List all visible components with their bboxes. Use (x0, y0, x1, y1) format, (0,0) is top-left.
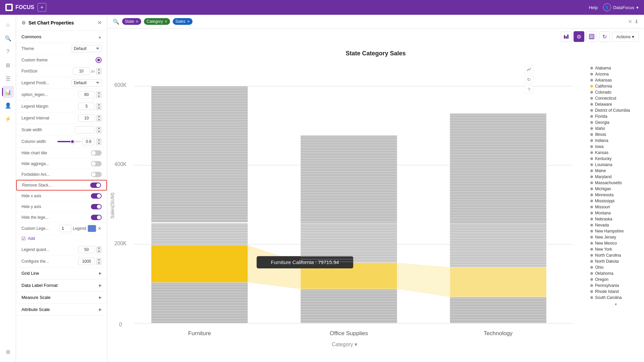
chart-refresh-button[interactable]: ↻ (599, 31, 610, 42)
custom-lege-remove-button[interactable]: ✕ (98, 226, 102, 231)
attribute-scale-section-header[interactable]: Attribute Scale ▶ (16, 304, 107, 316)
legend-item[interactable]: Minnesota (590, 192, 641, 198)
legend-item[interactable]: Colorado (590, 89, 641, 95)
legend-margin-decrement[interactable]: ▼ (96, 107, 102, 110)
legend-pos-select[interactable]: Default (71, 79, 102, 87)
legend-item[interactable]: Mississippi (590, 198, 641, 204)
app-logo[interactable]: FOCUS (5, 4, 34, 11)
legend-item[interactable]: Georgia (590, 119, 641, 125)
legend-item[interactable]: Ohio (590, 264, 641, 270)
officesupplies-gray-bottom[interactable] (301, 289, 397, 323)
legend-item[interactable]: Pennsylvania (590, 282, 641, 289)
column-width-slider-track[interactable] (57, 141, 81, 142)
sidebar-item-settings[interactable]: ⚙ (2, 346, 14, 358)
sidebar-item-documents[interactable]: ☰ (2, 72, 14, 85)
column-width-decrement[interactable]: ▼ (96, 142, 102, 145)
technology-california[interactable] (450, 267, 546, 297)
commons-section-header[interactable]: Commons ▲ (16, 31, 107, 43)
configure-the-input[interactable] (78, 258, 95, 265)
hide-aggrega-switch[interactable] (91, 161, 102, 166)
legend-quant-increment[interactable]: ▲ (96, 246, 102, 250)
legend-item[interactable]: Arkansas (590, 77, 641, 83)
legend-item[interactable]: North Carolina (590, 252, 641, 258)
legend-item[interactable]: New Mexico (590, 240, 641, 246)
legend-interval-decrement[interactable]: ▼ (96, 118, 102, 122)
configure-the-decrement[interactable]: ▼ (96, 262, 102, 265)
legend-item[interactable]: North Dakota (590, 258, 641, 264)
legend-item[interactable]: Delaware (590, 101, 641, 107)
legend-item[interactable]: South Carolina (590, 295, 641, 301)
chart-line-type-button[interactable] (525, 65, 533, 74)
hide-y-axis-toggle[interactable] (91, 204, 102, 209)
legend-item[interactable]: Kansas (590, 150, 641, 156)
legend-margin-input[interactable] (78, 103, 95, 110)
legend-item[interactable]: California (590, 83, 641, 89)
sidebar-item-analytics[interactable]: ⚡ (2, 113, 14, 125)
chart-type-bar-button[interactable] (561, 31, 572, 42)
legend-item[interactable]: Connecticut (590, 95, 641, 101)
search-tag-category[interactable]: Category ✕ (144, 18, 170, 25)
forbidden-ani-switch[interactable] (91, 172, 102, 177)
legend-item[interactable]: Arizona (590, 71, 641, 77)
legend-item[interactable]: Oregon (590, 276, 641, 282)
remove-stack-toggle[interactable] (90, 183, 101, 188)
furniture-california[interactable] (151, 245, 248, 282)
theme-select[interactable]: Default (71, 45, 102, 52)
hide-lege-toggle[interactable] (91, 215, 102, 220)
scale-width-input[interactable] (75, 126, 95, 134)
help-link[interactable]: Help (589, 5, 598, 10)
legend-item[interactable]: Missouri (590, 204, 641, 210)
legend-item[interactable]: New Jersey (590, 234, 641, 240)
legend-quant-decrement[interactable]: ▼ (96, 250, 102, 253)
sidebar-item-charts[interactable]: 📊 (2, 86, 14, 98)
legend-item[interactable]: Michigan (590, 186, 641, 192)
search-download-button[interactable]: ⬇ (634, 18, 639, 25)
data-label-section-header[interactable]: Data Label Format ▶ (16, 279, 107, 292)
fontsize-decrement[interactable]: ▼ (96, 71, 102, 75)
legend-interval-input[interactable] (78, 114, 95, 122)
column-width-increment[interactable]: ▲ (96, 138, 102, 142)
legend-item[interactable]: Montana (590, 210, 641, 216)
column-width-input[interactable] (82, 138, 95, 145)
hide-aggrega-toggle[interactable] (91, 161, 102, 166)
legend-item[interactable]: Florida (590, 113, 641, 119)
chart-help-side-button[interactable]: ? (525, 85, 533, 94)
legend-item[interactable]: Kentucky (590, 156, 641, 162)
custom-lege-color-button[interactable] (88, 225, 96, 232)
hide-x-axis-toggle[interactable] (91, 193, 102, 199)
search-tag-state[interactable]: State ✕ (122, 18, 141, 25)
hide-lege-switch[interactable] (91, 215, 102, 220)
chart-table-button[interactable] (586, 31, 597, 42)
technology-gray-bottom[interactable] (450, 297, 546, 323)
custom-theme-circle-button[interactable] (96, 57, 102, 63)
hide-y-axis-switch[interactable] (91, 204, 102, 209)
sidebar-item-search[interactable]: 🔍 (2, 32, 14, 44)
legend-expand-button[interactable]: ▾ (590, 301, 641, 308)
option-legen-decrement[interactable]: ▼ (96, 95, 102, 98)
legend-item[interactable]: Iowa (590, 144, 641, 150)
technology-gray-mid[interactable] (450, 223, 546, 267)
legend-item[interactable]: Indiana (590, 138, 641, 144)
add-legend-row[interactable]: ☑ Add (16, 235, 107, 244)
search-clear-button[interactable]: ✕ (628, 18, 632, 25)
search-tag-category-remove-icon[interactable]: ✕ (164, 19, 167, 24)
sidebar-item-users[interactable]: 👤 (2, 99, 14, 111)
configure-the-increment[interactable]: ▲ (96, 258, 102, 261)
user-menu[interactable]: 👤 DataFocus ▾ (603, 3, 639, 11)
forbidden-ani-toggle[interactable] (91, 172, 102, 177)
hide-chart-title-switch[interactable] (91, 150, 102, 156)
chart-refresh-side-button[interactable]: ↻ (525, 75, 533, 84)
hide-chart-title-toggle[interactable] (91, 150, 102, 156)
sidebar-item-help[interactable]: ? (2, 46, 14, 58)
scale-width-increment[interactable]: ▲ (96, 126, 102, 130)
search-tag-state-remove-icon[interactable]: ✕ (136, 19, 139, 24)
legend-item[interactable]: Idaho (590, 125, 641, 132)
fontsize-increment[interactable]: ▲ (96, 68, 102, 71)
option-legen-input[interactable] (78, 91, 95, 98)
legend-item[interactable]: New York (590, 246, 641, 252)
measure-scale-section-header[interactable]: Measure Scale ▶ (16, 292, 107, 304)
legend-item[interactable]: Maryland (590, 174, 641, 180)
legend-item[interactable]: Massachusetts (590, 180, 641, 186)
remove-stack-switch[interactable] (90, 183, 101, 188)
furniture-gray-mid[interactable] (151, 223, 248, 245)
